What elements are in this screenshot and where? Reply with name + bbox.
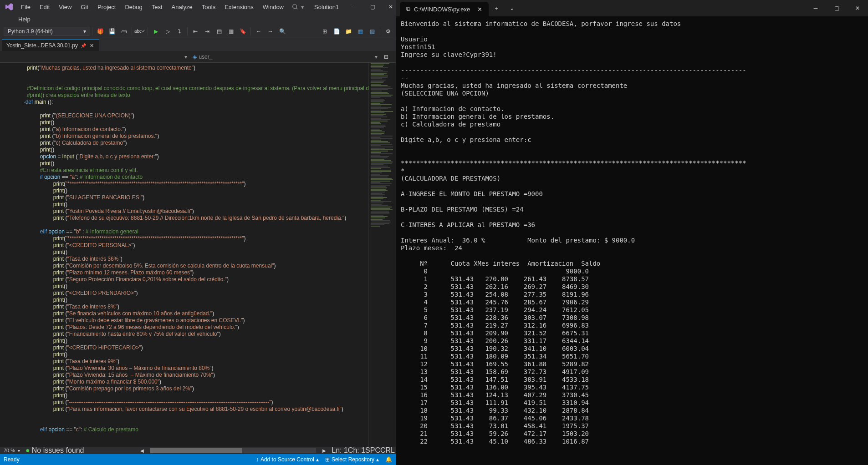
nav-back-icon[interactable]: ← [253,26,264,37]
indent-left-icon[interactable]: ⇤ [190,26,201,37]
nav-fwd-icon[interactable]: → [265,26,276,37]
zoom-level[interactable]: 70 % [1,448,18,453]
save-all-icon[interactable]: 🗃 [118,26,129,37]
nav-right-dropdown[interactable]: ◈ user_ ▾ [190,53,380,61]
solution-name: Solution1 [308,3,345,11]
editor-area: print("Muchas gracias, usted ha ingresad… [0,63,396,447]
menu-analyze[interactable]: Analyze [167,2,197,12]
line-indicator[interactable]: Ln: 1 [332,446,348,455]
col-indicator[interactable]: Ch: 1 [348,446,365,455]
terminal-titlebar: ⧉ C:\WINDOWS\py.exe ✕ ＋ ⌄ ─ ▢ ✕ [396,0,868,16]
maximize-button[interactable]: ▢ [363,0,382,14]
pin-icon[interactable]: 📌 [81,43,86,48]
editor-tabs: Yostin_Siste...DESA 30.01.py 📌 ✕ [0,38,396,51]
menubar-row2: Help [0,14,396,25]
step-icon[interactable]: ⤵ [174,26,185,37]
visual-studio-window: FileEditViewGitProjectDebugTestAnalyzeTo… [0,0,396,465]
scroll-right-icon[interactable]: ▶ [321,448,328,453]
check-icon: ● [26,446,30,455]
code-editor[interactable]: print("Muchas gracias, usted ha ingresad… [0,63,368,447]
terminal-tab[interactable]: ⧉ C:\WINDOWS\py.exe ✕ [400,2,489,16]
minimize-button[interactable]: ─ [805,0,826,16]
comment-icon[interactable]: ▤ [214,26,225,37]
tab-label: Yostin_Siste...DESA 30.01.py [6,42,78,49]
chevron-down-icon: ▾ [184,54,187,60]
find-icon[interactable]: 🔍 [277,26,288,37]
save-icon[interactable]: 💾 [107,26,117,37]
python-env-dropdown[interactable]: Python 3.9 (64-bit) ▾ [4,27,90,36]
bookmark-icon[interactable]: 🔖 [237,26,248,37]
crlf-indicator[interactable]: CRL [380,446,395,455]
svg-point-0 [293,5,297,9]
chevron-down-icon: ▾ [375,54,378,60]
tab-close-icon[interactable]: ✕ [89,43,95,49]
menu-view[interactable]: View [54,2,76,12]
menu-help[interactable]: Help [14,14,35,25]
split-editor-icon[interactable]: ⊟ [381,51,392,62]
layout2-icon[interactable]: ▧ [367,26,378,37]
search-chevron-icon: ▾ [301,4,304,10]
run-no-debug-icon[interactable]: ▷ [162,26,173,37]
scrollbar-thumb[interactable] [150,448,241,453]
scroll-left-icon[interactable]: ◀ [138,448,146,453]
menu-edit[interactable]: Edit [35,2,54,12]
settings-gear-icon[interactable]: ⚙ [383,26,393,37]
issues-label[interactable]: No issues found [32,446,84,455]
close-button[interactable]: ✕ [847,0,868,16]
toolbox-icon[interactable]: 🎁 [95,26,106,37]
terminal-output[interactable]: Bienvenido al sistema informatico de BAC… [396,16,868,465]
menu-project[interactable]: Project [93,2,120,12]
select-repo[interactable]: ⊞ Select Repository ▴ [325,456,379,463]
menu-git[interactable]: Git [76,2,93,12]
menu-file[interactable]: File [16,2,35,12]
menubar: FileEditViewGitProjectDebugTestAnalyzeTo… [0,0,396,14]
spellcheck-icon[interactable]: abc✓ [134,26,145,37]
menu-test[interactable]: Test [147,2,167,12]
horizontal-scrollbar: 70 % ▾ ● No issues found ◀ ▶ Ln: 1 Ch: 1… [0,447,396,454]
terminal-window: ⧉ C:\WINDOWS\py.exe ✕ ＋ ⌄ ─ ▢ ✕ Bienveni… [396,0,868,465]
menu-debug[interactable]: Debug [120,2,147,12]
uncomment-icon[interactable]: ▥ [225,26,236,37]
new-tab-button[interactable]: ＋ [489,1,504,15]
notifications-icon[interactable]: 🔔 [385,456,392,463]
search-box[interactable]: ▾ [288,3,308,11]
tab-close-icon[interactable]: ✕ [477,6,482,13]
window-layout-icon[interactable]: ⊞ [319,26,330,37]
field-icon: ◈ [193,54,197,60]
ready-label: Ready [4,456,20,463]
nav-breadcrumb: ▾ ◈ user_ ▾ ⊟ [0,51,396,63]
terminal-title: C:\WINDOWS\py.exe [414,6,470,13]
menu-extensions[interactable]: Extensions [220,2,258,12]
run-icon[interactable]: ▶ [150,26,161,37]
menu-tools[interactable]: Tools [197,2,220,12]
terminal-icon: ⧉ [406,5,410,13]
nav-item-label: user_ [199,54,212,60]
open-folder-icon[interactable]: 📁 [343,26,354,37]
minimap[interactable] [368,63,396,447]
new-file-icon[interactable]: 📄 [331,26,342,37]
chevron-down-icon: ▾ [83,28,86,35]
add-source-control[interactable]: ↑ Add to Source Control ▴ [256,456,319,463]
status-bar: Ready ↑ Add to Source Control ▴ ⊞ Select… [0,454,396,465]
python-env-label: Python 3.9 (64-bit) [8,28,53,35]
spaces-indicator[interactable]: SPC [365,446,380,455]
scrollbar-track[interactable] [150,448,316,453]
svg-line-1 [296,8,298,10]
zoom-chevron-icon[interactable]: ▾ [18,448,20,453]
nav-left-dropdown[interactable]: ▾ [4,53,190,61]
toolbar: Python 3.9 (64-bit) ▾ 🎁 💾 🗃 abc✓ ▶ ▷ ⤵ ⇤… [0,25,396,38]
menu-window[interactable]: Window [258,2,288,12]
vs-logo-icon [5,2,14,11]
tab-dropdown-icon[interactable]: ⌄ [504,1,520,15]
minimize-button[interactable]: ─ [345,0,363,14]
maximize-button[interactable]: ▢ [826,0,847,16]
indent-right-icon[interactable]: ⇥ [202,26,213,37]
editor-tab[interactable]: Yostin_Siste...DESA 30.01.py 📌 ✕ [2,39,99,51]
layout1-icon[interactable]: ▦ [355,26,366,37]
